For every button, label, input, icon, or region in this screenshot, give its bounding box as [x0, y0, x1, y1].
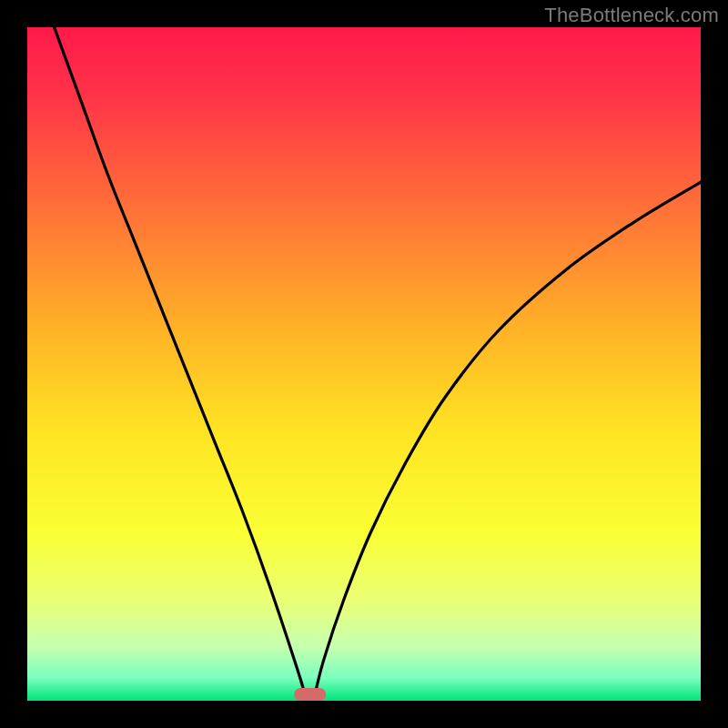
curve-right-branch	[314, 182, 702, 701]
plot-area	[27, 27, 701, 701]
bottleneck-curve	[27, 27, 701, 701]
minimum-marker	[294, 688, 327, 701]
outer-frame: TheBottleneck.com	[0, 0, 728, 728]
watermark-text: TheBottleneck.com	[544, 4, 719, 27]
curve-left-branch	[55, 27, 308, 701]
